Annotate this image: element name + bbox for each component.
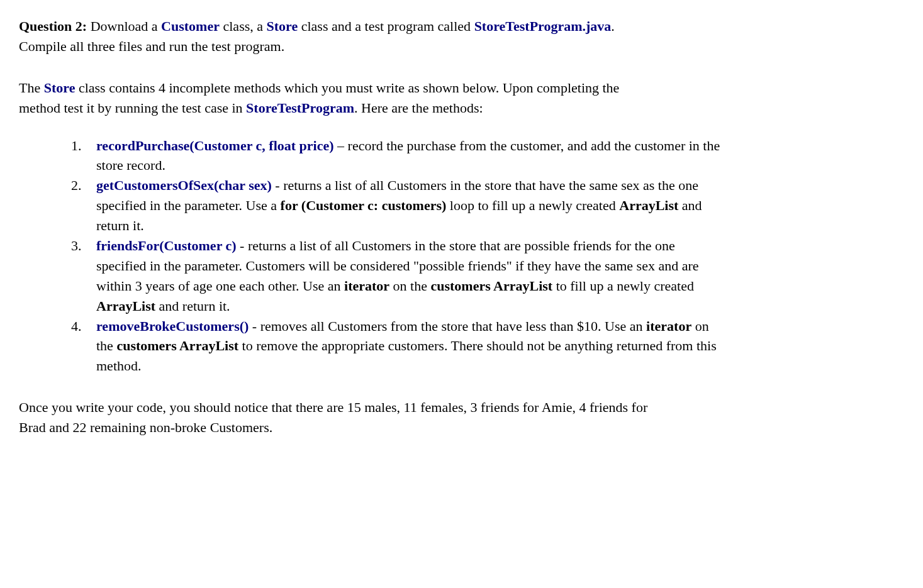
question-label: Question 2: <box>19 18 87 34</box>
text: and return it. <box>155 298 230 314</box>
closing-paragraph: Once you write your code, you should not… <box>19 397 661 438</box>
text: to fill up a newly created <box>552 278 694 294</box>
text: on the <box>389 278 430 294</box>
methods-list: recordPurchase(Customer c, float price) … <box>19 136 727 377</box>
text: loop to fill up a newly created <box>446 197 619 213</box>
text: . Here are the methods: <box>354 100 483 116</box>
bold-text: iterator <box>646 318 691 334</box>
method-signature: removeBrokeCustomers() <box>96 318 249 334</box>
method-item-3: friendsFor(Customer c) - returns a list … <box>85 236 727 316</box>
method-signature: friendsFor(Customer c) <box>96 238 237 253</box>
bold-text: customers ArrayList <box>430 278 552 294</box>
link-store[interactable]: Store <box>267 18 298 34</box>
link-storetestprogram-2[interactable]: StoreTestProgram <box>246 100 354 116</box>
method-item-1: recordPurchase(Customer c, float price) … <box>85 136 727 176</box>
text: Download a <box>87 18 161 34</box>
text: class, a <box>220 18 267 34</box>
text: The <box>19 80 44 96</box>
text: Once you write your code, you should not… <box>19 399 647 435</box>
link-customer[interactable]: Customer <box>161 18 220 34</box>
bold-text: for (Customer c: customers) <box>281 197 447 213</box>
method-item-2: getCustomersOfSex(char sex) - returns a … <box>85 175 727 236</box>
bold-text: customers ArrayList <box>116 338 238 353</box>
method-signature: recordPurchase(Customer c, float price) <box>96 138 334 153</box>
intro-paragraph: Question 2: Download a Customer class, a… <box>19 16 661 57</box>
method-item-4: removeBrokeCustomers() - removes all Cus… <box>85 316 727 377</box>
bold-text: iterator <box>344 278 389 294</box>
method-signature: getCustomersOfSex(char sex) <box>96 177 272 193</box>
link-storetestprogram[interactable]: StoreTestProgram.java <box>474 18 612 34</box>
text: class and a test program called <box>298 18 474 34</box>
second-paragraph: The Store class contains 4 incomplete me… <box>19 78 661 118</box>
link-store-2[interactable]: Store <box>44 80 76 96</box>
bold-text: ArrayList <box>96 298 155 314</box>
bold-text: ArrayList <box>619 197 678 213</box>
text: - removes all Customers from the store t… <box>249 318 646 334</box>
